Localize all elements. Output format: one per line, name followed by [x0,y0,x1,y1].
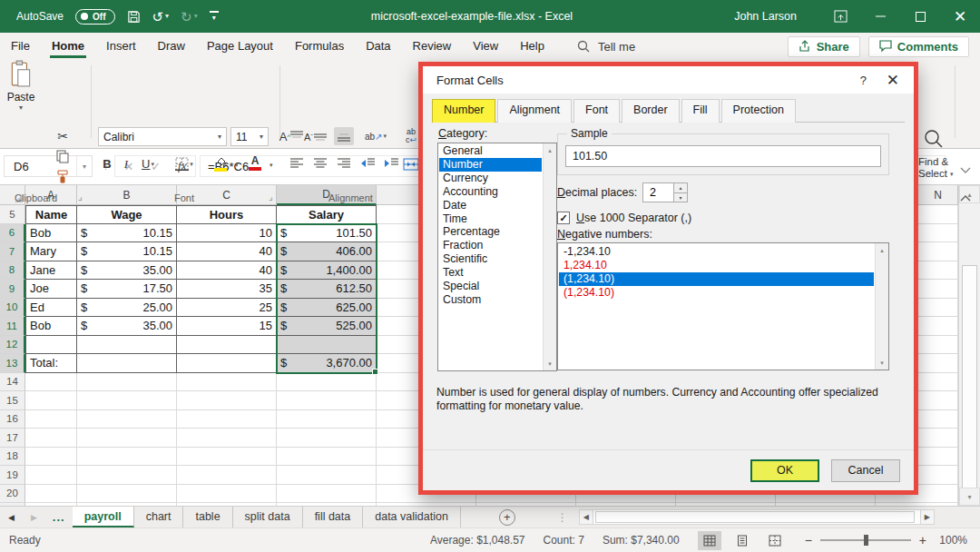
new-sheet-button[interactable]: + [499,509,515,526]
dialog-tab-border[interactable]: Border [622,99,680,123]
category-fraction[interactable]: Fraction [439,239,542,252]
bottom-align-button[interactable] [334,127,354,145]
zoom-slider[interactable] [820,539,911,541]
cell[interactable] [177,429,277,448]
top-align-button[interactable] [287,127,307,145]
align-center-button[interactable] [310,154,330,172]
category-accounting[interactable]: Accounting [439,185,542,199]
category-date[interactable]: Date [439,199,542,212]
column-header-N[interactable]: N [918,185,958,205]
customize-qat-button[interactable]: ▾ [210,11,219,22]
middle-align-button[interactable] [310,127,330,145]
column-header-B[interactable]: B [77,185,177,205]
cell-D7[interactable]: $406.00 [277,242,377,261]
row-header-8[interactable]: 8 [0,261,25,281]
cell-A11[interactable]: Bob [25,317,77,336]
zoom-in-button[interactable]: + [919,534,926,547]
cell-B8[interactable]: $35.00 [77,261,177,281]
row-header-16[interactable]: 16 [0,410,25,429]
dialog-help-button[interactable]: ? [860,74,867,87]
category-custom[interactable]: Custom [439,293,542,307]
scroll-up-button[interactable]: ▴ [876,243,888,257]
dialog-tab-font[interactable]: Font [573,99,620,123]
format-painter-button[interactable] [53,167,73,185]
category-general[interactable]: General [439,144,542,158]
cell[interactable] [25,373,77,392]
ribbon-display-options-button[interactable] [820,0,860,33]
dialog-tab-fill[interactable]: Fill [681,99,720,123]
row-header-5[interactable]: 5 [0,205,25,224]
negative-option-black[interactable]: -1,234.10 [559,245,874,259]
dialog-close-button[interactable]: ✕ [887,71,899,90]
zoom-out-button[interactable]: − [805,534,812,547]
vertical-scrollbar[interactable]: ▴ ▾ [958,185,980,506]
vertical-scroll-thumb[interactable] [962,265,977,492]
row-header-10[interactable]: 10 [0,299,25,318]
cell-C6[interactable]: 10 [177,224,277,243]
scroll-right-button[interactable]: ▶ [920,509,935,525]
cell[interactable] [277,410,377,429]
increase-indent-button[interactable] [381,154,401,172]
row-header-20[interactable]: 20 [0,485,25,504]
cell-A9[interactable]: Joe [25,280,77,299]
page-break-preview-button[interactable] [763,531,787,550]
align-right-button[interactable] [334,154,354,172]
column-N-cells[interactable] [918,205,958,506]
tab-file[interactable]: File [0,33,41,60]
dialog-tab-protection[interactable]: Protection [721,99,796,123]
cell-D8[interactable]: $1,400.00 [277,261,377,281]
cell[interactable] [77,391,177,410]
cell-C9[interactable]: 35 [177,280,277,299]
cell-A8[interactable]: Jane [25,261,77,281]
row-header-19[interactable]: 19 [0,466,25,485]
normal-view-button[interactable] [698,531,721,550]
row-header-17[interactable]: 17 [0,429,25,448]
sheet-tab-split-data[interactable]: split data [233,507,303,527]
tab-draw[interactable]: Draw [147,33,196,60]
cell-A6[interactable]: Bob [25,224,77,243]
cell-C13[interactable] [177,354,277,373]
cell-B7[interactable]: $10.15 [77,242,177,261]
row-header-14[interactable]: 14 [0,373,25,392]
drag-dots-icon[interactable]: ⋮ [557,511,568,524]
font-size-combobox[interactable]: 11 ▾ [230,127,269,146]
cell-C7[interactable]: 40 [177,242,277,261]
orientation-button[interactable]: ab↗ ▾ [359,127,392,145]
cell-A13[interactable]: Total: [25,354,77,373]
tab-review[interactable]: Review [402,33,463,60]
category-number-selected[interactable]: Number [439,158,542,172]
cell-C10[interactable]: 25 [177,299,277,318]
row-header-12[interactable]: 12 [0,336,25,355]
cell-D6-active[interactable]: $101.50 [277,224,377,243]
cell-D11[interactable]: $525.00 [277,317,377,336]
cell[interactable] [177,485,277,504]
spin-down-button[interactable]: ▾ [674,193,687,202]
share-button[interactable]: Share [788,36,860,57]
horizontal-scroll-track[interactable] [593,509,920,525]
cell[interactable] [77,485,177,504]
negative-option-parens-red[interactable]: (1,234.10) [559,286,874,300]
dialog-tab-number[interactable]: Number [432,99,495,123]
cancel-button[interactable]: Cancel [831,459,900,482]
cell-B12[interactable] [77,336,177,355]
cell[interactable] [177,466,277,485]
cell-B11[interactable]: $35.00 [77,317,177,336]
cell[interactable] [277,429,377,448]
cell[interactable] [277,448,377,467]
cell-D10[interactable]: $625.00 [277,299,377,318]
font-name-combobox[interactable]: Calibri ▾ [98,127,227,146]
tab-home[interactable]: Home [41,33,95,60]
cell-A7[interactable]: Mary [25,242,77,261]
tab-view[interactable]: View [462,33,509,60]
maximize-button[interactable] [900,0,940,33]
find-select-button[interactable] [920,125,947,153]
cell-C8[interactable]: 40 [177,261,277,281]
prev-sheet-button[interactable]: ◀ [0,513,23,522]
scroll-up-button[interactable]: ▴ [544,143,556,157]
row-header-11[interactable]: 11 [0,317,25,336]
row-header-15[interactable]: 15 [0,391,25,410]
align-left-button[interactable] [287,154,307,172]
name-box[interactable]: D6 ▾ [4,155,93,177]
expand-formula-bar-button[interactable] [960,161,971,177]
borders-button[interactable]: ▾ [169,154,200,173]
